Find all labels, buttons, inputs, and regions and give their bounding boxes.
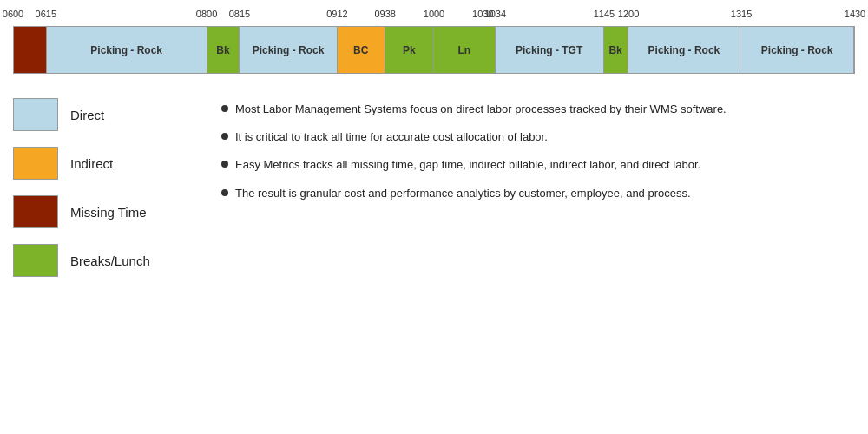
main-container: 0600061508000815091209381000103010341145… (0, 0, 868, 434)
bullet-item: It is critical to track all time for acc… (221, 129, 855, 145)
time-labels-row: 0600061508000815091209381000103010341145… (13, 9, 855, 24)
timeline-segment-break: Bk (604, 27, 628, 73)
timeline-segment-missing (14, 27, 47, 73)
timeline-segment-direct: Picking - Rock (628, 27, 741, 73)
time-label: 1034 (485, 9, 506, 19)
legend-item: Indirect (13, 147, 204, 180)
bullet-dot (221, 161, 228, 168)
timeline-section: 0600061508000815091209381000103010341145… (13, 9, 855, 74)
legend-item: Missing Time (13, 195, 204, 228)
legend-color-box (13, 98, 58, 131)
timeline-segment-direct: Picking - Rock (740, 27, 854, 73)
timeline-segment-break: Bk (207, 27, 240, 73)
bullet-dot (221, 189, 228, 196)
time-label: 0800 (196, 9, 217, 19)
legend-label: Direct (70, 108, 104, 122)
legend-label: Breaks/Lunch (70, 253, 150, 268)
time-label: 1000 (424, 9, 444, 19)
time-label: 1315 (731, 9, 752, 19)
legend: DirectIndirectMissing TimeBreaks/Lunch (13, 98, 204, 277)
timeline-segment-indirect: BC (338, 27, 385, 73)
legend-label: Missing Time (70, 205, 147, 220)
timeline-segment-direct: Picking - Rock (240, 27, 337, 73)
timeline-segment-direct: Picking - TGT (496, 27, 604, 73)
time-label: 0615 (36, 9, 56, 19)
legend-color-box (13, 147, 58, 180)
bullet-points: Most Labor Management Systems focus on d… (221, 98, 855, 277)
bullet-item: Most Labor Management Systems focus on d… (221, 102, 855, 117)
time-label: 0600 (3, 9, 23, 19)
time-label: 0912 (326, 9, 347, 19)
legend-color-box (13, 244, 58, 277)
legend-color-box (13, 195, 58, 228)
bullet-text: It is critical to track all time for acc… (235, 129, 548, 145)
legend-item: Direct (13, 98, 204, 131)
bullet-dot (221, 105, 228, 112)
bullet-text: Most Labor Management Systems focus on d… (235, 102, 727, 117)
timeline-segment-direct: Picking - Rock (47, 27, 207, 73)
timeline-segment-break: Pk (385, 27, 434, 73)
bottom-section: DirectIndirectMissing TimeBreaks/Lunch M… (13, 98, 855, 277)
time-label: 1145 (594, 9, 615, 19)
bullet-dot (221, 133, 228, 140)
time-label: 0815 (229, 9, 250, 19)
legend-item: Breaks/Lunch (13, 244, 204, 277)
bullet-item: Easy Metrics tracks all missing time, ga… (221, 157, 855, 173)
time-label: 0938 (374, 9, 395, 19)
time-label: 1200 (618, 9, 639, 19)
timeline-bar: Picking - RockBkPicking - RockBCPkLnPick… (13, 26, 855, 74)
bullet-text: Easy Metrics tracks all missing time, ga… (235, 157, 700, 173)
bullet-text: The result is granular cost and performa… (235, 186, 691, 201)
bullet-item: The result is granular cost and performa… (221, 186, 855, 201)
time-label: 1430 (845, 9, 865, 19)
legend-label: Indirect (70, 156, 113, 171)
timeline-segment-break: Ln (434, 27, 496, 73)
